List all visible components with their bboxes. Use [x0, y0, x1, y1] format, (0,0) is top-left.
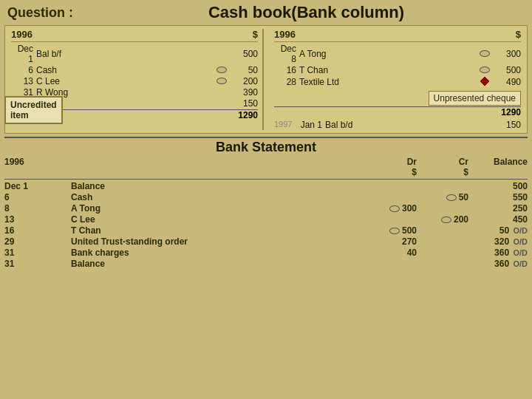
svg-marker-0 [480, 77, 489, 86]
bs-row1-balance: 550 [468, 192, 528, 202]
cb-left-year: 1996 [11, 29, 33, 40]
cb-desc-1: Cash [36, 65, 215, 75]
bs-row7-balance: 360 O/D [468, 259, 528, 269]
bs-row-4: 16 T Chan 500 50 O/D [4, 225, 528, 236]
cb-right-amount-2: 490 [491, 77, 521, 87]
cb-right-icon-2 [478, 76, 491, 88]
uncredited-line2: item [10, 110, 29, 120]
cb-date-1: 6 [11, 65, 33, 75]
cb-icon-1 [215, 66, 228, 75]
cb-right-year: 1996 [274, 29, 296, 40]
cb-right-desc-1: T Chan [299, 65, 478, 75]
cb-right-row-1: 16 T Chan 500 [274, 65, 521, 75]
cb-amount-3: 390 [228, 87, 258, 98]
cb-right-total-row: 1290 [274, 106, 521, 117]
bs-row1-desc: Cash [71, 192, 365, 202]
bs-row6-date: 31 [4, 248, 71, 258]
bs-row4-date: 16 [4, 225, 71, 236]
jan1-amount: 150 [491, 120, 521, 130]
bs-row2-balance: 250 [468, 203, 528, 214]
cash-book-title: Cash book(Bank column) [88, 3, 525, 22]
header: Question : Cash book(Bank column) [0, 0, 532, 25]
bs-dr-dollar: $ [365, 167, 417, 177]
cb-right-icon-0 [478, 50, 491, 58]
jan1-desc: Bal b/d [325, 120, 491, 130]
bs-row6-dr: 40 [365, 248, 417, 258]
cb-date-2: 13 [11, 76, 33, 86]
cb-right-icon-1 [478, 66, 491, 75]
bs-row-2: 8 A Tong 300 250 [4, 203, 528, 214]
bank-statement-section: Bank Statement 1996 Dr $ Cr $ Balance De… [4, 137, 528, 269]
cb-left-header: 1996 $ [11, 29, 258, 42]
bs-row3-date: 13 [4, 214, 71, 225]
cb-right-row-0: Dec 8 A Tong 300 [274, 44, 521, 64]
unpresented-label: Unpresented cheque [429, 91, 521, 106]
bs-row5-desc: United Trust-standing order [71, 236, 365, 247]
cb-desc-4: Bal c/d [36, 98, 215, 109]
cb-date-0: Dec 1 [11, 44, 33, 64]
cb-left-total: 1290 [228, 110, 258, 120]
jan1-row: 1997 Jan 1 Bal b/d 150 [274, 120, 521, 130]
bs-row0-date: Dec 1 [4, 181, 71, 191]
bs-row5-date: 29 [4, 236, 71, 247]
bs-row-3: 13 C Lee 200 450 [4, 214, 528, 225]
uncredited-item-box: Uncredited item [4, 96, 63, 124]
cb-left-dollar: $ [253, 29, 258, 40]
bs-header-cr: Cr $ [417, 157, 468, 177]
bs-header-balance: Balance [468, 157, 528, 177]
bs-row2-dr: 300 [365, 203, 417, 214]
bs-row2-date: 8 [4, 203, 71, 214]
bs-header-year: 1996 [4, 157, 71, 177]
bs-cr-dollar: $ [417, 167, 468, 177]
cb-right-date-1: 16 [274, 65, 296, 75]
cb-right-amount-1: 500 [491, 65, 521, 75]
cash-book-section: 1996 $ Dec 1 Bal b/f 500 6 Cash 50 13 C … [4, 25, 528, 134]
bs-header-row: 1996 Dr $ Cr $ Balance [4, 157, 528, 180]
cb-right-desc-0: A Tong [299, 49, 478, 59]
bs-row3-desc: C Lee [71, 214, 365, 225]
cb-right-dollar: $ [516, 29, 521, 40]
bs-row3-cr: 200 [417, 214, 468, 225]
cb-right-date-2: 28 [274, 77, 296, 87]
bs-row0-balance: 500 [468, 181, 528, 191]
cb-divider [262, 29, 264, 130]
cb-desc-0: Bal b/f [36, 49, 215, 59]
bs-dr-label: Dr [365, 157, 417, 167]
cb-unpresented-row: Unpresented cheque [274, 91, 521, 106]
bs-row-5: 29 United Trust-standing order 270 320 O… [4, 236, 528, 247]
bs-title: Bank Statement [4, 140, 528, 155]
bs-header-desc [71, 157, 365, 177]
jan1-year: 1997 [274, 120, 296, 130]
bs-row7-date: 31 [4, 259, 71, 269]
cb-desc-3: R Wong [36, 87, 215, 98]
bs-row2-desc: A Tong [71, 203, 365, 214]
bs-row1-cr: 50 [417, 192, 468, 202]
bs-row6-desc: Bank charges [71, 248, 365, 258]
cb-left-row-0: Dec 1 Bal b/f 500 [11, 44, 258, 64]
bs-cr-label: Cr [417, 157, 468, 167]
cb-desc-2: C Lee [36, 76, 215, 86]
bs-row3-balance: 450 [468, 214, 528, 225]
bs-row5-dr: 270 [365, 236, 417, 247]
cb-left-row-2: 13 C Lee 200 [11, 76, 258, 86]
bs-row-0: Dec 1 Balance 500 [4, 181, 528, 191]
bs-row7-desc: Balance [71, 259, 365, 269]
cb-right-row-2: 28 Textile Ltd 490 [274, 76, 521, 88]
cb-right: 1996 $ Dec 8 A Tong 300 16 T Chan 500 28… [268, 29, 521, 130]
cb-amount-1: 50 [228, 65, 258, 75]
cb-right-amount-0: 300 [491, 49, 521, 59]
cb-right-header: 1996 $ [274, 29, 521, 42]
cb-amount-2: 200 [228, 76, 258, 86]
question-label: Question : [7, 5, 73, 21]
cb-right-total: 1290 [491, 107, 521, 117]
cb-amount-0: 500 [228, 49, 258, 59]
bs-row4-desc: T Chan [71, 225, 365, 236]
bs-row5-balance: 320 O/D [468, 236, 528, 247]
cb-left-row-1: 6 Cash 50 [11, 65, 258, 75]
cb-icon-2 [215, 78, 228, 86]
cb-right-date-0: Dec 8 [274, 44, 296, 64]
bs-row4-balance: 50 O/D [468, 225, 528, 236]
cb-columns: 1996 $ Dec 1 Bal b/f 500 6 Cash 50 13 C … [11, 29, 521, 130]
cb-right-desc-2: Textile Ltd [299, 77, 478, 87]
uncredited-line1: Uncredited [10, 100, 57, 110]
